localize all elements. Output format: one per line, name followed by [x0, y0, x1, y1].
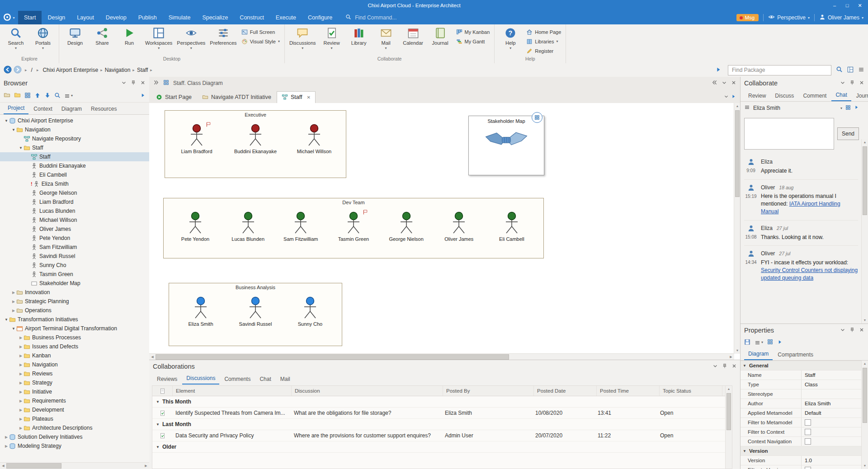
ribbon-tab-layout[interactable]: Layout — [71, 11, 100, 24]
ribbon-button-mail[interactable]: Mail▾ — [373, 26, 399, 54]
tree-item-sam-fitzwilliam[interactable]: Sam Fitzwilliam — [0, 243, 149, 252]
user-menu[interactable]: Oliver James▾ — [819, 14, 863, 22]
diagram-actor-michael-willson[interactable]: Michael Willson — [293, 124, 335, 154]
expand-icon[interactable]: ▶ — [18, 354, 24, 358]
chat-more-button[interactable] — [854, 105, 859, 111]
tree-item-requirements[interactable]: ▶Requirements — [0, 396, 149, 405]
ribbon-button-preferences[interactable]: Preferences — [208, 26, 238, 54]
collaborate-tab-journal[interactable]: Journal — [852, 91, 868, 101]
collaborate-close-button[interactable] — [859, 80, 864, 87]
expand-icon[interactable]: ▶ — [18, 399, 24, 403]
expand-icon[interactable]: ▶ — [18, 363, 24, 367]
tree-item-strategy[interactable]: ▶Strategy — [0, 378, 149, 387]
tree-item-sunny-cho[interactable]: Sunny Cho — [0, 261, 149, 270]
new-diagram-button[interactable] — [24, 92, 31, 100]
diagram-actor-pete-yendon[interactable]: Pete Yendon — [175, 211, 216, 242]
tree-item-staff[interactable]: ▼Staff — [0, 143, 149, 152]
chat-message-input[interactable] — [744, 118, 834, 150]
tree-item-oliver-james[interactable]: Oliver James — [0, 225, 149, 234]
diagram-menu-button[interactable] — [722, 80, 727, 87]
ribbon-button-share[interactable]: Share — [89, 26, 115, 54]
ribbon-button-run[interactable]: Run — [116, 26, 142, 54]
diagram-group-executive[interactable]: ExecutiveLiam BradfordBuddini EkanayakeM… — [165, 110, 346, 178]
property-group-version[interactable]: ▼Version — [741, 446, 862, 456]
tree-item-buddini-ekanayake[interactable]: Buddini Ekanayake — [0, 161, 149, 170]
tree-item-issues-and-defects[interactable]: ▶Issues and Defects — [0, 342, 149, 351]
diagram-actor-oliver-james[interactable]: Oliver James — [438, 211, 480, 242]
ribbon-button-workspaces[interactable]: Workspaces▾ — [143, 26, 174, 54]
ribbon-button-visual-style[interactable]: Visual Style▾ — [241, 38, 280, 45]
run-search-button[interactable] — [715, 68, 722, 74]
back-button[interactable] — [4, 69, 12, 75]
column-header-discussion[interactable]: Discussion — [292, 386, 443, 396]
tree-item-solution-delivery-initiatives[interactable]: ▶Solution Delivery Initiatives — [0, 432, 149, 441]
document-tab-navigate-atdt-initiative[interactable]: Navigate ATDT Initiative — [197, 91, 276, 103]
collapse-icon[interactable]: ▼ — [18, 146, 24, 150]
checkbox[interactable] — [805, 438, 811, 445]
canvas-horizontal-scrollbar[interactable]: ◀ ▶ — [149, 353, 734, 360]
collaborate-tab-review[interactable]: Review — [744, 91, 770, 101]
ribbon-button-portals[interactable]: Portals▾ — [30, 26, 56, 54]
discussion-row[interactable]: Identify Suspected Threats from Camera I… — [152, 408, 732, 419]
tree-item-operations[interactable]: ▶Operations — [0, 306, 149, 315]
diagram-actor-eli-cambell[interactable]: Eli Cambell — [491, 211, 533, 242]
breadcrumb-item-navigation[interactable]: Navigation — [104, 66, 132, 74]
collapse-icon[interactable]: ▼ — [11, 128, 16, 132]
properties-forward-button[interactable] — [777, 339, 783, 346]
scroll-tabs-right-button[interactable] — [731, 94, 736, 100]
tree-item-liam-bradford[interactable]: Liam Bradford — [0, 197, 149, 206]
open-diagram-button[interactable] — [767, 339, 773, 346]
discussion-row[interactable]: Data Security and Privacy PolicyWhere ar… — [152, 430, 732, 441]
column-header-posted-by[interactable]: Posted By — [443, 386, 534, 396]
chat-menu-button[interactable] — [744, 105, 750, 112]
move-down-button[interactable] — [44, 92, 51, 100]
minimize-button[interactable]: – — [828, 1, 841, 10]
properties-dropdown-button[interactable] — [840, 328, 845, 334]
expand-icon[interactable]: ▶ — [18, 345, 24, 349]
properties-menu-button[interactable]: ▾ — [755, 340, 763, 346]
tree-item-business-processes[interactable]: ▶Business Processes — [0, 333, 149, 342]
checkbox[interactable] — [805, 419, 811, 426]
save-button[interactable] — [744, 339, 750, 347]
expand-icon[interactable]: ▶ — [4, 444, 9, 448]
browser-horizontal-scrollbar[interactable]: ◀ ▶ — [0, 462, 149, 469]
properties-pin-button[interactable] — [849, 328, 855, 334]
property-value[interactable]: Class — [801, 380, 862, 389]
tree-item-strategic-planning[interactable]: ▶Strategic Planning — [0, 297, 149, 306]
diagram-actor-lucas-blunden[interactable]: Lucas Blunden — [227, 211, 269, 242]
ribbon-button-libraries[interactable]: Libraries▾ — [526, 38, 561, 45]
collaborations-tab-reviews[interactable]: Reviews — [153, 375, 181, 385]
collapse-icon[interactable]: ▼ — [4, 119, 9, 123]
tree-item-staff[interactable]: Staff — [0, 152, 149, 161]
diagram-group-business-analysis[interactable]: Business AnalysisEliza SmithSavindi Russ… — [169, 283, 342, 346]
ribbon-button-my-gantt[interactable]: My Gantt — [456, 38, 490, 45]
expand-icon[interactable]: ▶ — [18, 408, 24, 412]
ribbon-tab-publish[interactable]: Publish — [132, 11, 163, 24]
app-menu-button[interactable]: ▾ — [0, 11, 18, 24]
expand-icon[interactable]: ▶ — [11, 309, 16, 313]
ribbon-button-perspectives[interactable]: Perspectives▾ — [175, 26, 207, 54]
ribbon-tab-design[interactable]: Design — [42, 11, 71, 24]
ribbon-button-search[interactable]: Search▾ — [3, 26, 29, 54]
tree-item-chixi-airport-enterprise[interactable]: ▼Chixi Airport Enterprise — [0, 116, 149, 125]
collaborate-tab-comment[interactable]: Comment — [799, 91, 830, 101]
diagram-actor-savindi-russel[interactable]: Savindi Russel — [235, 296, 276, 327]
tree-item-architecture-descriptions[interactable]: ▶Architecture Descriptions — [0, 423, 149, 432]
browser-forward-button[interactable] — [140, 93, 146, 99]
chat-recipient[interactable]: Eliza Smith — [753, 105, 780, 111]
expand-icon[interactable]: ▶ — [18, 372, 24, 376]
tree-item-eliza-smith[interactable]: !Eliza Smith — [0, 179, 149, 188]
browser-pin-button[interactable] — [131, 80, 136, 87]
properties-tab-diagram[interactable]: Diagram — [744, 349, 773, 360]
ribbon-button-discussions[interactable]: Discussions▾ — [288, 26, 318, 54]
browser-search-button[interactable] — [54, 92, 61, 100]
diagram-actor-buddini-ekanayake[interactable]: Buddini Ekanayake — [235, 124, 276, 154]
collaborations-close-button[interactable] — [731, 364, 737, 370]
ribbon-tab-simulate[interactable]: Simulate — [163, 11, 197, 24]
navbar-menu-button[interactable] — [858, 68, 864, 74]
expand-icon[interactable]: ▶ — [18, 381, 24, 385]
expand-icon[interactable]: ▶ — [11, 291, 16, 295]
properties-scrollbar[interactable]: ▲ ▼ — [861, 361, 868, 469]
tree-item-development[interactable]: ▶Development — [0, 405, 149, 414]
expand-icon[interactable]: ▶ — [18, 417, 24, 421]
